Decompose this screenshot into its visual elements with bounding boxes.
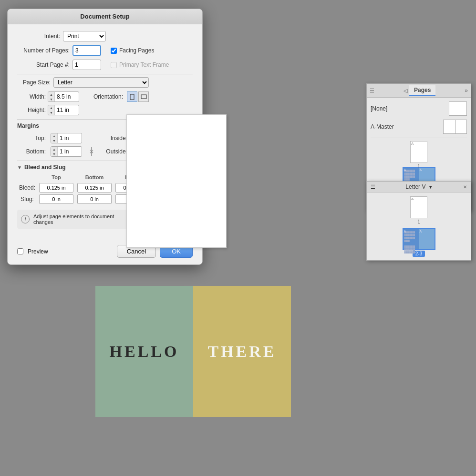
start-page-row: Start Page #: Primary Text Frame [17,60,193,70]
spread-left-a-label: A [404,168,406,172]
letter-page1-a: A [411,197,414,201]
letter-panel-body: A 1 A ██████████████████████████████████… [367,192,471,260]
margin-bottom-value: 1 in [58,146,82,157]
width-label: Width: [17,93,46,100]
spread-right-page: THERE [193,286,291,417]
spread-right-a-label: A [420,168,422,172]
col-top-header: Top [37,174,75,182]
margin-top-value: 1 in [58,133,82,143]
primary-text-frame-row: Primary Text Frame [111,61,169,68]
mt-arrows[interactable]: ▲ ▼ [51,133,58,143]
height-up-arrow[interactable]: ▲ [48,105,54,110]
margin-top-spinner[interactable]: ▲ ▼ 1 in [51,133,82,143]
width-arrows[interactable]: ▲ ▼ [48,92,55,101]
landscape-orientation-btn[interactable] [138,91,149,102]
spread-left-page: HELLO [95,286,193,417]
start-page-input[interactable] [72,60,101,70]
letter-page1-area: A 1 [410,196,427,224]
mt-down[interactable]: ▼ [51,138,57,143]
facing-pages-checkbox[interactable] [111,48,117,54]
panel-menu-icon[interactable]: ☰ [370,88,374,94]
svg-point-2 [91,151,93,152]
letter-page1[interactable]: A [410,196,427,218]
spread-left-text: HELLO [110,343,179,361]
height-spinner[interactable]: ▲ ▼ 11 in [48,105,79,115]
page1-thumb-container: A 1 [371,141,467,163]
letter-spread-left: A ██████████████████████████████████████… [404,229,419,249]
slug-label: Slug: [17,193,37,205]
pages-panel-nav-icon[interactable]: ◁ [404,88,407,94]
preview-label: Preview [28,248,48,255]
none-master-row: [None] [371,101,467,116]
height-down-arrow[interactable]: ▼ [48,110,54,115]
preview-row: Preview [17,248,48,255]
none-master-thumb [449,101,467,116]
width-down-arrow[interactable]: ▼ [48,97,54,101]
letter-spread-thumb[interactable]: A ██████████████████████████████████████… [403,228,435,250]
letter-page1-num: 1 [417,219,420,224]
spread-preview-area: HELLO THERE [95,286,300,417]
letter-panel-content: A 1 A ██████████████████████████████████… [371,196,467,256]
page-size-row: Page Size: LetterA4A3Tabloid [17,77,193,88]
single-page-preview [126,114,227,248]
bleed-slug-header: Bleed and Slug [24,164,66,171]
a-master-label: A-Master [371,123,394,130]
canvas-preview-area [93,114,305,253]
a-master-thumb [443,120,467,134]
letter-spread-right: A [419,229,435,249]
height-value: 11 in [55,105,79,115]
width-spinner[interactable]: ▲ ▼ 8.5 in [48,91,79,102]
page1-a-label: A [411,142,414,146]
panel-divider [371,138,467,138]
bleed-slug-arrow: ▼ [17,165,22,170]
page-size-label: Page Size: [17,79,51,86]
letter-page1-rect: A [410,196,427,218]
page1-thumb[interactable]: A 1 [410,141,427,163]
height-row: Height: ▲ ▼ 11 in [17,105,193,115]
width-up-arrow[interactable]: ▲ [48,92,54,97]
mb-arrows[interactable]: ▲ ▼ [51,147,58,156]
mt-up[interactable]: ▲ [51,133,57,138]
pages-input[interactable] [72,45,101,56]
spread-right-text: THERE [207,343,276,361]
portrait-orientation-btn[interactable] [127,91,137,102]
width-orientation-row: Width: ▲ ▼ 8.5 in Orientation: [17,91,193,102]
start-page-label: Start Page #: [17,61,70,68]
landscape-icon [141,94,147,99]
margin-top-label: Top: [17,135,46,142]
intent-select[interactable]: Print Web Mobile [63,31,106,41]
pages-row: Number of Pages: Facing Pages [17,45,193,56]
margin-bottom-spinner[interactable]: ▲ ▼ 1 in [51,146,82,157]
bleed-label: Bleed: [17,182,37,193]
letter-panel: ☰ Letter V ▼ ✕ A 1 A [366,181,471,261]
mb-down[interactable]: ▼ [51,152,57,156]
bleed-top-input[interactable] [39,183,73,192]
info-icon: i [21,215,30,223]
mb-up[interactable]: ▲ [51,147,57,152]
svg-rect-0 [130,94,134,100]
portrait-icon [130,94,135,100]
preview-checkbox[interactable] [17,248,23,254]
intent-row: Intent: Print Web Mobile [17,31,193,41]
master-right-thumb [455,120,467,134]
letter-panel-close[interactable]: ✕ [463,184,467,190]
letter-panel-menu[interactable]: ☰ [371,184,375,190]
letter-panel-header: ☰ Letter V ▼ ✕ [367,182,471,192]
letter-panel-dropdown-arrow[interactable]: ▼ [428,184,433,190]
page1-rect: A [410,141,427,163]
height-arrows[interactable]: ▲ ▼ [48,105,55,115]
slug-top-input[interactable] [39,194,73,204]
intent-label: Intent: [17,33,60,40]
a-master-row: A-Master [371,120,467,134]
letter-spread-area: A ██████████████████████████████████████… [403,228,435,256]
facing-pages-row: Facing Pages [111,47,154,54]
facing-pages-label: Facing Pages [119,47,154,54]
width-value: 8.5 in [55,91,79,102]
height-label: Height: [17,107,46,113]
divider1 [17,74,193,74]
panel-collapse-icon[interactable]: » [465,87,468,94]
pages-tab[interactable]: Pages [409,85,435,96]
orientation-label: Orientation: [93,93,123,100]
master-left-thumb [443,120,455,134]
page-size-select[interactable]: LetterA4A3Tabloid [53,77,149,88]
